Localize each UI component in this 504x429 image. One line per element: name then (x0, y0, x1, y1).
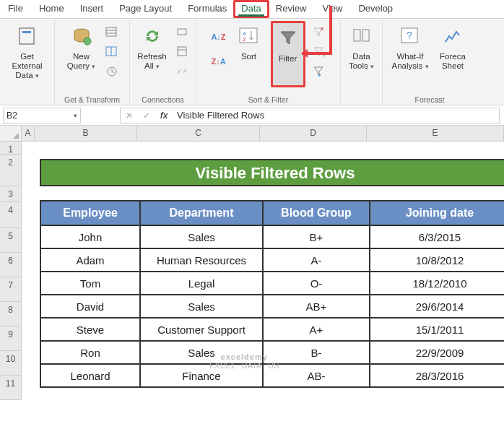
tab-home[interactable]: Home (31, 0, 72, 18)
header-joining-date[interactable]: Joining date (370, 201, 504, 225)
cell[interactable]: Leonard (40, 364, 140, 387)
svg-rect-4 (106, 27, 116, 36)
whatif-button[interactable]: ? What-IfAnalysis ▾ (389, 21, 431, 87)
show-queries-button[interactable] (103, 24, 121, 41)
header-blood-group[interactable]: Blood Group (263, 201, 370, 225)
get-external-data-button[interactable]: Get ExternalData ▾ (6, 21, 48, 87)
recent-sources-button[interactable] (103, 63, 121, 80)
refresh-all-button[interactable]: RefreshAll ▾ (135, 21, 170, 87)
group-data-tools: DataTools ▾ (341, 19, 383, 105)
insert-function-button[interactable]: fx (155, 110, 173, 121)
enter-formula-button[interactable]: ✓ (138, 110, 155, 121)
cell[interactable]: Sales (140, 341, 263, 364)
data-table: Employee Department Blood Group Joining … (40, 185, 504, 388)
cell[interactable]: A- (263, 248, 370, 272)
group-forecast: ? What-IfAnalysis ▾ ForecaSheet Forecast (383, 19, 477, 105)
sort-asc-button[interactable]: A↓Z (210, 28, 227, 46)
row-headers: 1 2 3 4 5 6 7 8 9 10 11 (0, 142, 22, 400)
cell[interactable]: AB+ (263, 295, 370, 318)
cell[interactable]: Legal (140, 272, 263, 295)
cell[interactable]: 22/9/2009 (370, 341, 504, 364)
cell[interactable]: O- (263, 272, 370, 295)
name-box[interactable]: B2 ▾ (3, 108, 81, 124)
cell[interactable]: B+ (263, 225, 370, 248)
cell[interactable]: 29/6/2014 (370, 295, 504, 318)
cell[interactable]: Human Resources (140, 248, 263, 272)
cell[interactable]: Tom (40, 272, 140, 295)
col-header-c[interactable]: C (137, 126, 260, 141)
worksheet: A B C D E 1 2 3 4 5 6 7 8 9 10 11 Visibl… (0, 126, 504, 142)
col-header-e[interactable]: E (367, 126, 504, 141)
row-header-5[interactable]: 5 (0, 228, 22, 253)
tab-file[interactable]: File (0, 0, 31, 18)
connections-button[interactable] (174, 24, 191, 41)
properties-button[interactable] (174, 43, 191, 61)
formula-value[interactable]: Visible Filtered Rows (173, 110, 499, 121)
row-header-4[interactable]: 4 (0, 202, 22, 228)
cell[interactable]: A+ (263, 318, 370, 341)
filter-button[interactable]: Filter (271, 21, 305, 87)
group-label-connections: Connections (142, 95, 183, 104)
cell[interactable]: Sales (140, 225, 263, 248)
tab-review[interactable]: Review (268, 0, 315, 18)
cell[interactable]: B- (263, 341, 370, 364)
cell[interactable]: 6/3/2015 (370, 225, 504, 248)
filter-icon (277, 27, 300, 50)
row-header-8[interactable]: 8 (0, 302, 22, 326)
whatif-icon: ? (399, 25, 422, 48)
row-header-7[interactable]: 7 (0, 277, 22, 302)
header-employee[interactable]: Employee (40, 201, 140, 225)
cancel-formula-button[interactable]: ✕ (121, 110, 138, 121)
cell[interactable]: David (40, 295, 140, 318)
cell[interactable]: Customer Support (140, 318, 263, 341)
cell[interactable]: Sales (140, 295, 263, 318)
tab-view[interactable]: View (314, 0, 350, 18)
tab-data[interactable]: Data (233, 0, 269, 18)
sort-button[interactable]: AZ Sort (232, 21, 266, 87)
cell[interactable]: 15/1/2011 (370, 318, 504, 341)
svg-rect-0 (19, 28, 34, 44)
edit-links-button[interactable] (174, 63, 191, 80)
tab-formulas[interactable]: Formulas (180, 0, 235, 18)
refresh-all-label: RefreshAll ▾ (137, 52, 166, 72)
table-row: AdamHuman ResourcesA-10/8/2012 (40, 248, 504, 272)
header-department[interactable]: Department (140, 201, 263, 225)
tab-page-layout[interactable]: Page Layout (111, 0, 180, 18)
cell[interactable]: Finance (140, 364, 263, 387)
name-box-dropdown-icon[interactable]: ▾ (74, 112, 77, 119)
clear-filter-button[interactable] (310, 24, 327, 41)
cell[interactable]: Ron (40, 341, 140, 364)
cell[interactable]: AB- (263, 364, 370, 387)
forecast-sheet-button[interactable]: ForecaSheet (435, 21, 470, 87)
row-header-11[interactable]: 11 (0, 376, 22, 400)
row-header-9[interactable]: 9 (0, 326, 22, 351)
sort-buttons-stack: A↓Z Z↓A (210, 21, 227, 70)
title-merged-cell[interactable]: Visible Filtered Rows (40, 159, 504, 186)
advanced-button[interactable]: ▸ (310, 63, 327, 80)
cell[interactable]: 28/3/2016 (370, 364, 504, 387)
tab-insert[interactable]: Insert (72, 0, 112, 18)
col-header-a[interactable]: A (22, 126, 35, 141)
cell[interactable]: 10/8/2012 (370, 248, 504, 272)
ribbon-tabstrip: File Home Insert Page Layout Formulas Da… (0, 0, 504, 19)
from-table-button[interactable] (103, 43, 121, 61)
cell[interactable]: John (40, 225, 140, 248)
cell[interactable]: Adam (40, 248, 140, 272)
cell[interactable]: Steve (40, 318, 140, 341)
new-query-button[interactable]: NewQuery ▾ (64, 21, 99, 87)
cell[interactable]: 18/12/2010 (370, 272, 504, 295)
row-header-6[interactable]: 6 (0, 253, 22, 277)
data-tools-button[interactable]: DataTools ▾ (344, 21, 379, 87)
tab-developer[interactable]: Develop (350, 0, 401, 18)
sort-desc-button[interactable]: Z↓A (210, 53, 227, 70)
reapply-button[interactable] (310, 43, 327, 61)
select-all-button[interactable] (0, 126, 22, 141)
row-header-3[interactable]: 3 (0, 186, 22, 202)
row-header-1[interactable]: 1 (0, 142, 22, 155)
row-header-2[interactable]: 2 (0, 155, 22, 186)
col-header-d[interactable]: D (260, 126, 367, 141)
col-header-b[interactable]: B (35, 126, 137, 141)
forecast-icon (441, 25, 464, 48)
filter-label: Filter (279, 54, 297, 64)
row-header-10[interactable]: 10 (0, 351, 22, 376)
